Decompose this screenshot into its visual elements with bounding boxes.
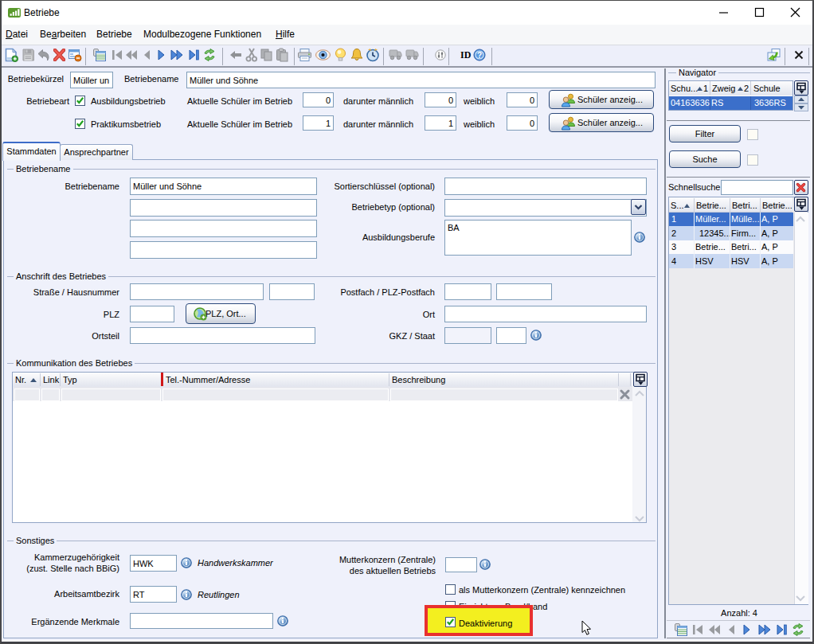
svg-text:?: ? [477, 51, 482, 60]
